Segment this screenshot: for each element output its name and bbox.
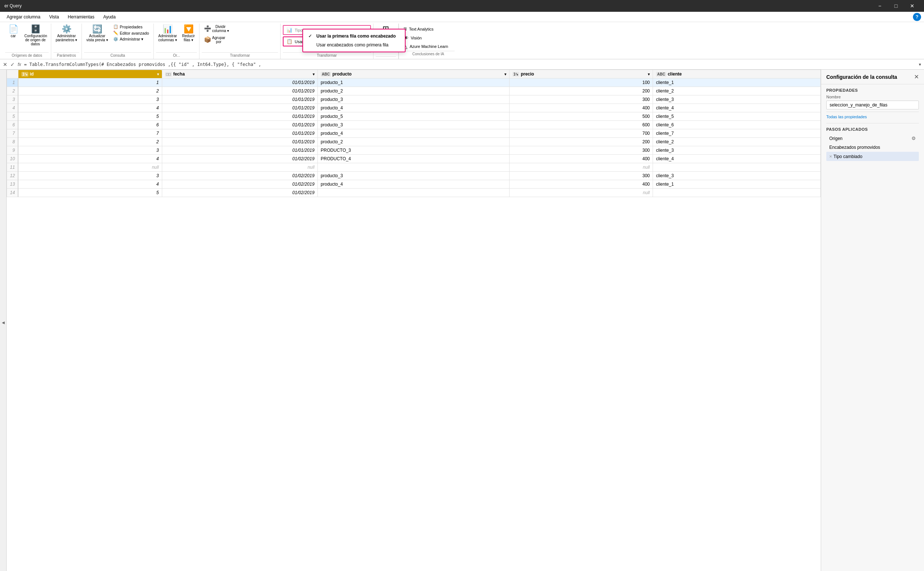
menu-herramientas[interactable]: Herramientas: [64, 13, 98, 21]
cell-id: 7: [18, 129, 162, 138]
administrar-parametros-icon: ⚙️: [62, 25, 71, 33]
col-producto-header[interactable]: ABC producto ▾: [317, 70, 509, 79]
cell-id: 3: [18, 96, 162, 104]
cell-fecha: 01/02/2019: [162, 155, 317, 163]
window-controls: − □ ✕: [872, 0, 919, 12]
table-row: 14501/02/2019null: [7, 188, 821, 197]
applied-steps-section: PASOS APLICADOS Origen⚙Encabezados promo…: [821, 123, 924, 165]
formula-input[interactable]: [24, 62, 916, 67]
ribbon-btn-config-origen[interactable]: 🗄️ Configuración de origen de datos: [22, 23, 49, 48]
cell-id: 2: [18, 87, 162, 96]
sidebar-toggle[interactable]: ◀: [0, 69, 7, 571]
precio-type-badge: 1²₃: [512, 72, 520, 77]
popup-option-2[interactable]: Usar encabezados como primera fila: [303, 40, 405, 49]
ribbon-btn-dividir-columna[interactable]: ➗ Dividircolumna ▾: [202, 23, 231, 34]
cell-id: 3: [18, 172, 162, 180]
cell-producto: producto_3: [317, 96, 509, 104]
agrupar-icon: 📦: [204, 37, 211, 43]
cell-precio: 400: [509, 180, 653, 188]
applied-step[interactable]: Origen⚙: [826, 134, 919, 143]
ribbon-group-parametros: ⚙️ Administrarparámetros ▾ Parámetros: [51, 23, 82, 59]
ribbon-btn-actualizar[interactable]: 🔄 Actualizarvista previa ▾: [84, 23, 110, 43]
table-row: 11nullnullnull: [7, 163, 821, 172]
cell-precio: 100: [509, 79, 653, 87]
group-label-combine: [376, 56, 396, 59]
fecha-dropdown-icon[interactable]: ▾: [313, 72, 314, 76]
col-precio-header[interactable]: 1²₃ precio ▾: [509, 70, 653, 79]
row-number: 1: [7, 79, 19, 87]
formula-check-icon[interactable]: ✓: [10, 62, 15, 68]
id-dropdown-icon[interactable]: ▾: [157, 72, 159, 76]
table-row: 12301/02/2019producto_3300cliente_3: [7, 172, 821, 180]
table-row: 2201/01/2019producto_2200cliente_2: [7, 87, 821, 96]
right-panel-header: Configuración de la consulta ✕: [821, 69, 924, 84]
minimize-button[interactable]: −: [872, 0, 887, 12]
group-label-transformar: Transformar: [202, 52, 278, 59]
formula-close-icon[interactable]: ✕: [3, 62, 8, 68]
cell-id: null: [18, 163, 162, 172]
maximize-button[interactable]: □: [888, 0, 903, 12]
formula-expand-icon[interactable]: ▾: [919, 62, 921, 67]
ribbon-btn-editor-avanzado[interactable]: ✏️ Editor avanzado: [111, 30, 152, 36]
producto-dropdown-icon[interactable]: ▾: [505, 72, 506, 76]
ribbon-btn-agrupar[interactable]: 📦 Agruparpor: [202, 35, 228, 45]
cell-id: 1: [18, 79, 162, 87]
close-button[interactable]: ✕: [905, 0, 919, 12]
ribbon-btn-administrar-parametros[interactable]: ⚙️ Administrarparámetros ▾: [53, 23, 79, 43]
applied-step[interactable]: Encabezados promovidos: [826, 143, 919, 152]
cell-fecha: 01/01/2019: [162, 129, 317, 138]
ribbon-btn-administrar-columnas[interactable]: 📊 Administrarcolumnas ▾: [156, 23, 179, 43]
menu-ayuda[interactable]: Ayuda: [99, 13, 119, 21]
row-number: 6: [7, 121, 19, 129]
ribbon-ai-vision[interactable]: 👁 Visión: [402, 34, 455, 42]
step-x-icon[interactable]: ×: [829, 154, 832, 159]
query-name-input[interactable]: [826, 100, 919, 110]
ribbon-group-transformar: ➗ Dividircolumna ▾ 📦 Agruparpor Transfor…: [200, 23, 280, 59]
cell-fecha: 01/01/2019: [162, 138, 317, 146]
precio-dropdown-icon[interactable]: ▾: [648, 72, 650, 76]
ribbon-small-group-consulta: 📋 Propiedades ✏️ Editor avanzado ⚙️ Admi…: [111, 23, 152, 42]
right-panel-title: Configuración de la consulta: [826, 74, 897, 80]
ribbon-ai-text-analytics[interactable]: ≡ Text Analytics: [402, 25, 455, 33]
reducir-filas-icon: 🔽: [184, 25, 193, 33]
cell-id: 4: [18, 104, 162, 113]
menu-vista[interactable]: Vista: [45, 13, 62, 21]
cell-fecha: 01/01/2019: [162, 104, 317, 113]
all-properties-link[interactable]: Todas las propiedades: [826, 114, 867, 119]
help-icon[interactable]: ?: [913, 13, 921, 21]
step-label: Tipo cambiado: [834, 154, 862, 159]
ribbon-btn-propiedades[interactable]: 📋 Propiedades: [111, 23, 152, 30]
col-fecha-header[interactable]: □□ fecha ▾: [162, 70, 317, 79]
step-label: Encabezados promovidos: [829, 145, 880, 150]
row-number: 13: [7, 180, 19, 188]
data-grid-wrapper[interactable]: 1²₃ id ▾ □□ fecha ▾: [7, 69, 821, 571]
ribbon: 📄 car 🗄️ Configuración de origen de dato…: [0, 22, 924, 59]
cell-cliente: cliente_7: [653, 129, 821, 138]
ribbon-ai-azure-ml[interactable]: △ Azure Machine Learn: [402, 43, 455, 50]
step-gear-icon[interactable]: ⚙: [912, 136, 916, 141]
cell-fecha: 01/01/2019: [162, 79, 317, 87]
ribbon-btn-reducir-filas[interactable]: 🔽 Reducirfilas ▾: [180, 23, 197, 43]
cell-producto: [317, 163, 509, 172]
col-cliente-header[interactable]: ABC cliente: [653, 70, 821, 79]
cell-precio: 300: [509, 172, 653, 180]
ribbon-btn-administrar[interactable]: ⚙️ Administrar ▾: [111, 36, 152, 42]
applied-step[interactable]: × Tipo cambiado: [826, 152, 919, 161]
cell-fecha: 01/01/2019: [162, 113, 317, 121]
cell-fecha: null: [162, 163, 317, 172]
right-panel-close-button[interactable]: ✕: [914, 73, 919, 80]
cell-producto: producto_3: [317, 121, 509, 129]
col-id-header[interactable]: 1²₃ id ▾: [18, 70, 162, 79]
use-first-row-popup: ✓ Usar la primera fila como encabezado U…: [302, 29, 406, 52]
popup-option-1[interactable]: ✓ Usar la primera fila como encabezado: [303, 32, 405, 40]
cell-producto: producto_4: [317, 104, 509, 113]
app-title: er Query: [5, 3, 22, 8]
cell-cliente: cliente_1: [653, 79, 821, 87]
cell-cliente: cliente_3: [653, 96, 821, 104]
producto-type-badge: ABC: [321, 72, 331, 77]
cell-id: 3: [18, 146, 162, 155]
ribbon-btn-nueva-fuente[interactable]: 📄 car: [5, 23, 22, 39]
ribbon-group-or: 📊 Administrarcolumnas ▾ 🔽 Reducirfilas ▾…: [154, 23, 200, 59]
text-analytics-label: Text Analytics: [409, 27, 433, 31]
menu-agregar-columna[interactable]: Agregar columna: [3, 13, 44, 21]
